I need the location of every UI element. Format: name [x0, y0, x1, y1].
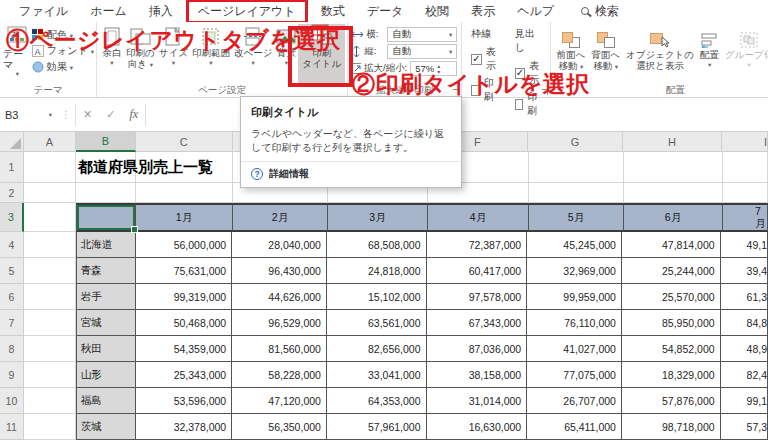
- row-header-2[interactable]: 2: [0, 183, 24, 203]
- column-header-B[interactable]: B: [76, 132, 136, 152]
- search-button[interactable]: 検索: [581, 3, 619, 20]
- value-cell-H4[interactable]: 47,814,000: [622, 232, 721, 258]
- selection-pane-button[interactable]: オブジェクトの 選択と表示: [623, 26, 697, 71]
- value-cell-I11[interactable]: 57,3: [721, 414, 768, 440]
- insert-function-icon[interactable]: fx: [122, 107, 145, 122]
- cell-A11[interactable]: [24, 414, 76, 440]
- scale-height-dropdown[interactable]: 自動▾: [387, 44, 457, 59]
- bring-forward-button[interactable]: 前面へ 移動 ▾: [554, 26, 589, 71]
- drag-handle-icon[interactable]: ⋮: [57, 109, 75, 120]
- row-header-10[interactable]: 10: [0, 388, 24, 414]
- value-cell-G4[interactable]: 45,245,000: [527, 232, 622, 258]
- name-box[interactable]: B3 ▾: [0, 104, 57, 126]
- cell-A9[interactable]: [24, 362, 76, 388]
- value-cell-D5[interactable]: 96,430,000: [232, 258, 327, 284]
- cell-A4[interactable]: [24, 232, 76, 258]
- value-cell-D7[interactable]: 96,529,000: [232, 310, 327, 336]
- value-cell-F5[interactable]: 60,417,000: [427, 258, 528, 284]
- month-header-1月[interactable]: 1月: [136, 203, 233, 232]
- enter-icon[interactable]: ✓: [99, 108, 122, 121]
- tab-formulas[interactable]: 数式: [310, 3, 356, 20]
- cell-A6[interactable]: [24, 284, 76, 310]
- cell-G1[interactable]: [529, 152, 624, 183]
- prefecture-cell[interactable]: 山形: [76, 362, 136, 388]
- value-cell-H8[interactable]: 54,852,000: [622, 336, 721, 362]
- value-cell-F11[interactable]: 16,630,000: [427, 414, 528, 440]
- prefecture-cell[interactable]: 秋田: [76, 336, 136, 362]
- row-header-6[interactable]: 6: [0, 284, 24, 310]
- cell-A7[interactable]: [24, 310, 76, 336]
- value-cell-I10[interactable]: 99,1: [721, 388, 768, 414]
- cell-G2[interactable]: [529, 183, 624, 203]
- selected-cell-B3[interactable]: [76, 203, 136, 232]
- value-cell-I6[interactable]: 61,3: [721, 284, 768, 310]
- cell-H2[interactable]: [624, 183, 723, 203]
- value-cell-F8[interactable]: 87,036,000: [427, 336, 528, 362]
- value-cell-I5[interactable]: 39,4: [721, 258, 768, 284]
- value-cell-H5[interactable]: 25,244,000: [622, 258, 721, 284]
- row-header-8[interactable]: 8: [0, 336, 24, 362]
- cancel-icon[interactable]: ✕: [76, 108, 99, 121]
- cell-A3[interactable]: [24, 203, 76, 232]
- month-header-2月[interactable]: 2月: [233, 203, 328, 232]
- value-cell-G5[interactable]: 32,969,000: [527, 258, 622, 284]
- prefecture-cell[interactable]: 福島: [76, 388, 136, 414]
- value-cell-D8[interactable]: 81,560,000: [232, 336, 327, 362]
- value-cell-I9[interactable]: 82,4: [721, 362, 768, 388]
- value-cell-H7[interactable]: 85,950,000: [622, 310, 721, 336]
- month-header-5月[interactable]: 5月: [529, 203, 624, 232]
- cell-A1[interactable]: [24, 152, 76, 183]
- tab-home[interactable]: ホーム: [79, 3, 138, 20]
- value-cell-I4[interactable]: 49,1: [721, 232, 768, 258]
- value-cell-E8[interactable]: 82,656,000: [327, 336, 427, 362]
- value-cell-G8[interactable]: 41,027,000: [527, 336, 622, 362]
- column-header-H[interactable]: H: [623, 132, 722, 152]
- month-header-7月[interactable]: 7月: [723, 203, 768, 232]
- cell-B2[interactable]: [76, 183, 136, 203]
- tab-help[interactable]: ヘルプ: [506, 3, 565, 20]
- value-cell-C5[interactable]: 75,631,000: [136, 258, 233, 284]
- row-header-1[interactable]: 1: [0, 152, 24, 183]
- cell-B1[interactable]: 都道府県別売上一覧: [76, 152, 136, 183]
- value-cell-C8[interactable]: 54,359,000: [136, 336, 233, 362]
- scale-width-dropdown[interactable]: 自動▾: [387, 27, 457, 42]
- tab-view[interactable]: 表示: [460, 3, 506, 20]
- value-cell-F10[interactable]: 31,014,000: [427, 388, 528, 414]
- month-header-4月[interactable]: 4月: [428, 203, 529, 232]
- value-cell-C10[interactable]: 53,596,000: [136, 388, 233, 414]
- cell-H1[interactable]: [624, 152, 723, 183]
- value-cell-C11[interactable]: 32,378,000: [136, 414, 233, 440]
- row-header-7[interactable]: 7: [0, 310, 24, 336]
- cell-A5[interactable]: [24, 258, 76, 284]
- month-header-3月[interactable]: 3月: [328, 203, 428, 232]
- value-cell-D10[interactable]: 47,120,000: [232, 388, 327, 414]
- value-cell-G9[interactable]: 77,075,000: [527, 362, 622, 388]
- value-cell-F7[interactable]: 67,343,000: [427, 310, 528, 336]
- value-cell-G10[interactable]: 26,707,000: [527, 388, 622, 414]
- value-cell-C4[interactable]: 56,000,000: [136, 232, 233, 258]
- value-cell-F4[interactable]: 72,387,000: [427, 232, 528, 258]
- prefecture-cell[interactable]: 岩手: [76, 284, 136, 310]
- value-cell-G6[interactable]: 99,959,000: [527, 284, 622, 310]
- value-cell-E11[interactable]: 57,961,000: [327, 414, 427, 440]
- tooltip-help-link[interactable]: ? 詳細情報: [251, 167, 451, 181]
- value-cell-I7[interactable]: 84,8: [721, 310, 768, 336]
- value-cell-E5[interactable]: 24,818,000: [327, 258, 427, 284]
- value-cell-F6[interactable]: 97,578,000: [427, 284, 528, 310]
- value-cell-D11[interactable]: 56,350,000: [232, 414, 327, 440]
- cell-A10[interactable]: [24, 388, 76, 414]
- cell-A2[interactable]: [24, 183, 76, 203]
- effects-button[interactable]: 効果▾: [32, 59, 94, 75]
- value-cell-E10[interactable]: 64,353,000: [327, 388, 427, 414]
- prefecture-cell[interactable]: 茨城: [76, 414, 136, 440]
- value-cell-D4[interactable]: 28,040,000: [232, 232, 327, 258]
- value-cell-I8[interactable]: 48,9: [721, 336, 768, 362]
- value-cell-E7[interactable]: 63,561,000: [327, 310, 427, 336]
- tab-file[interactable]: ファイル: [8, 3, 79, 20]
- value-cell-H11[interactable]: 98,718,000: [622, 414, 721, 440]
- value-cell-H10[interactable]: 57,876,000: [622, 388, 721, 414]
- value-cell-C7[interactable]: 50,468,000: [136, 310, 233, 336]
- value-cell-H6[interactable]: 25,570,000: [622, 284, 721, 310]
- prefecture-cell[interactable]: 青森: [76, 258, 136, 284]
- value-cell-C9[interactable]: 25,343,000: [136, 362, 233, 388]
